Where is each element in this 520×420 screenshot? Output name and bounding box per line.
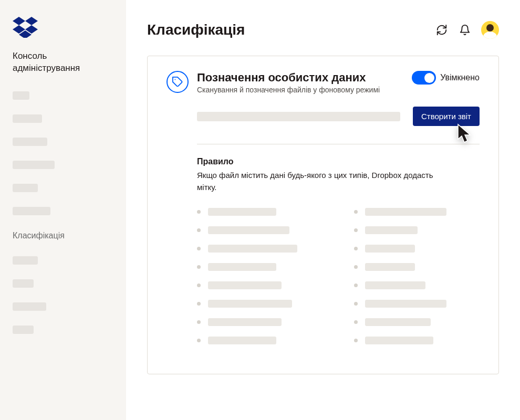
- rule-item: [354, 208, 480, 216]
- rule-item: [197, 263, 323, 271]
- sync-icon[interactable]: [435, 23, 449, 37]
- rule-item: [197, 208, 323, 216]
- toggle-label: Увімкнено: [440, 73, 480, 82]
- cursor-icon: [456, 123, 475, 144]
- progress-row: Створити звіт: [167, 107, 480, 126]
- rule-item: [197, 226, 323, 234]
- rule-column-left: [197, 208, 323, 355]
- sidebar-item[interactable]: [13, 91, 29, 100]
- divider: [197, 144, 480, 144]
- classification-card: Позначення особистих даних Сканування й …: [147, 56, 499, 374]
- rule-column-right: [354, 208, 480, 355]
- toggle-wrap: Увімкнено: [412, 71, 480, 85]
- sidebar-item[interactable]: [13, 184, 38, 192]
- rule-item: [354, 337, 480, 344]
- card-header: Позначення особистих даних Сканування й …: [167, 71, 480, 94]
- rule-columns: [197, 208, 480, 355]
- card-header-text: Позначення особистих даних Сканування й …: [197, 71, 403, 94]
- dropbox-logo-icon: [13, 17, 38, 38]
- sidebar: Консоль адміністрування Класифікація: [0, 0, 126, 420]
- rule-description: Якщо файл містить дані будь-якого з цих …: [197, 170, 439, 193]
- sidebar-item[interactable]: [13, 326, 34, 334]
- rule-item: [354, 318, 480, 326]
- tag-icon: [167, 71, 189, 93]
- rule-item: [197, 337, 323, 344]
- sidebar-item[interactable]: [13, 161, 55, 169]
- page-header: Класифікація: [147, 21, 499, 39]
- avatar[interactable]: [481, 21, 499, 39]
- sidebar-title: Консоль адміністрування: [13, 50, 113, 75]
- sidebar-item-classification[interactable]: Класифікація: [13, 230, 113, 242]
- sidebar-item[interactable]: [13, 207, 50, 215]
- header-actions: [435, 21, 499, 39]
- create-report-button[interactable]: Створити звіт: [413, 107, 480, 126]
- logo[interactable]: [13, 17, 113, 38]
- rule-item: [354, 245, 480, 253]
- rule-item: [197, 300, 323, 308]
- rule-item: [354, 263, 480, 271]
- card-title: Позначення особистих даних: [197, 71, 403, 85]
- bell-icon[interactable]: [458, 23, 472, 37]
- create-report-wrap: Створити звіт: [413, 107, 480, 126]
- sidebar-item[interactable]: [13, 279, 34, 288]
- rule-item: [197, 281, 323, 289]
- progress-bar: [197, 112, 400, 121]
- card-subtitle: Сканування й позначення файлів у фоновом…: [197, 86, 403, 94]
- rule-item: [197, 245, 323, 253]
- sidebar-item[interactable]: [13, 302, 46, 311]
- rule-item: [354, 281, 480, 289]
- sidebar-item[interactable]: [13, 114, 42, 123]
- enable-toggle[interactable]: [412, 71, 436, 85]
- rule-title: Правило: [197, 157, 480, 166]
- sidebar-item[interactable]: [13, 138, 47, 146]
- sidebar-item[interactable]: [13, 256, 38, 265]
- rule-item: [354, 300, 480, 308]
- rule-item: [197, 318, 323, 326]
- page-title: Класифікація: [147, 22, 245, 38]
- main-content: Класифікація: [126, 0, 520, 420]
- rule-item: [354, 226, 480, 234]
- rule-section: Правило Якщо файл містить дані будь-яког…: [167, 157, 480, 355]
